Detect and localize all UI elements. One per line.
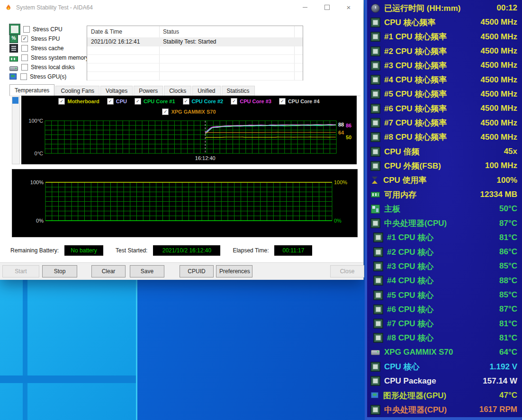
legend-item-motherboard: ✓Motherboard: [58, 98, 99, 105]
chip-icon: [374, 291, 383, 300]
status-label-remaining-battery: Remaining Battery:: [10, 247, 59, 254]
sensor-value: 86°C: [499, 247, 517, 257]
sensor-row-7-cpu-4500-mhz: #7 CPU 核心频率4500 MHz: [371, 116, 517, 130]
sensor-row-6-cpu-4500-mhz: #6 CPU 核心频率4500 MHz: [371, 101, 517, 116]
legend-checkbox-motherboard[interactable]: ✓: [58, 98, 65, 105]
scrollbar-thumb[interactable]: [12, 97, 18, 104]
column-header-date-time[interactable]: Date & Time: [91, 28, 122, 35]
checkbox-stress-fpu[interactable]: ✓: [21, 36, 28, 42]
sensor-value: 85°C: [499, 261, 517, 271]
legend-checkbox-cpu-core-1[interactable]: ✓: [135, 98, 141, 105]
sensor-row-5-cpu-4500-mhz: #5 CPU 核心频率4500 MHz: [371, 87, 517, 101]
stress-option-stress-system-memory: Stress system memory: [9, 53, 89, 63]
sensor-label: #2 CPU 核心频率: [384, 46, 447, 57]
chip-icon: [374, 248, 383, 257]
preferences-button[interactable]: Preferences: [216, 265, 252, 277]
sensor-label: #8 CPU 核心: [387, 332, 433, 343]
stress-option-stress-cache: Stress cache: [9, 44, 89, 53]
sensor-label: CPU 外频(FSB): [384, 161, 441, 171]
tab-clocks[interactable]: Clocks: [164, 86, 191, 96]
sensor-value: 45x: [504, 147, 517, 156]
status-value-test-started: 2021/10/2 16:12:40: [153, 245, 220, 256]
temperature-legend-row-1: ✓Motherboard✓CPU✓CPU Core #1✓CPU Core #2…: [21, 98, 357, 105]
checkbox-stress-gpu-s[interactable]: [20, 73, 27, 80]
temperature-chart-plot: 100°C0°C16:12:4088866450: [21, 96, 357, 164]
sensor-value: 4500 MHz: [481, 133, 517, 142]
cpu-icon: [9, 24, 20, 35]
sensor-value: 4500 MHz: [481, 75, 517, 85]
chip-icon: [371, 133, 380, 142]
sensor-row-cpu-4500-mhz: CPU 核心频率4500 MHz: [371, 15, 517, 29]
series-end-value-label: 86: [346, 123, 351, 128]
sensor-label: CPU 倍频: [384, 146, 420, 157]
table-row-empty: [87, 63, 303, 72]
chip-icon: [371, 118, 380, 127]
window-titlebar[interactable]: System Stability Test - AIDA64 ×: [0, 0, 363, 15]
sensor-label: 图形处理器(GPU): [383, 390, 446, 401]
tab-cooling-fans[interactable]: Cooling Fans: [55, 86, 99, 96]
aida64-stability-test-window: System Stability Test - AIDA64 × Stress …: [0, 0, 363, 279]
sensor-row-3-cpu-85-c: #3 CPU 核心85°C: [371, 259, 517, 273]
stop-button[interactable]: Stop: [42, 265, 77, 277]
chip-icon: [371, 147, 380, 156]
column-header-status[interactable]: Status: [163, 28, 179, 35]
stress-option-label: Stress local disks: [31, 64, 75, 71]
save-button[interactable]: Save: [130, 265, 164, 277]
stress-option-label: Stress GPU(s): [30, 73, 66, 80]
tab-temperatures[interactable]: Temperatures: [9, 84, 54, 96]
chip-icon: [371, 219, 380, 228]
sensor-value: 50°C: [499, 204, 517, 214]
legend-checkbox-cpu-core-4[interactable]: ✓: [279, 98, 286, 105]
sensor-row-1-cpu-4500-mhz: #1 CPU 核心频率4500 MHz: [371, 30, 517, 44]
fpu-icon: [9, 35, 18, 43]
sensor-label: #5 CPU 核心: [387, 290, 433, 301]
sensor-row-cpu-87-c: 中央处理器(CPU)87°C: [371, 216, 517, 230]
maximize-button[interactable]: [316, 0, 338, 14]
aida64-osd-sensor-panel: 已运行时间 (HH:mm)00:12CPU 核心频率4500 MHz#1 CPU…: [365, 0, 522, 420]
sensor-value: 4500 MHz: [481, 32, 517, 42]
sensor-value: 4500 MHz: [481, 18, 517, 27]
legend-label: Motherboard: [67, 98, 99, 104]
sensor-row-hh-mm-00-12: 已运行时间 (HH:mm)00:12: [371, 1, 517, 15]
legend-checkbox-cpu-core-2[interactable]: ✓: [183, 98, 189, 105]
chip-icon: [371, 47, 380, 56]
y-axis-label-max: 100°C: [28, 118, 43, 124]
tab-unified[interactable]: Unified: [192, 86, 220, 96]
sensor-label: #4 CPU 核心频率: [384, 74, 447, 85]
sensor-value: 87°C: [499, 304, 517, 314]
cpuid-button[interactable]: CPUID: [180, 265, 214, 277]
sensor-label: #4 CPU 核心: [387, 275, 433, 286]
minimize-button[interactable]: [294, 0, 316, 14]
usage-left-axis-label: 0%: [36, 218, 44, 223]
usage-left-axis-label: 100%: [30, 179, 44, 185]
close-window-button[interactable]: ×: [338, 0, 360, 14]
sensor-label: XPG GAMMIX S70: [384, 348, 453, 357]
tab-strip: TemperaturesCooling FansVoltagesPowersCl…: [9, 86, 360, 96]
sensor-row-xpg-gammix-s70-64-c: XPG GAMMIX S7064°C: [371, 345, 517, 359]
temperature-chart: 100°C0°C16:12:4088866450 ✓Motherboard✓CP…: [21, 96, 357, 164]
table-row[interactable]: 2021/10/2 16:12:41Stability Test: Starte…: [87, 37, 303, 46]
stress-option-stress-cpu: Stress CPU: [9, 25, 89, 34]
chart-vertical-scrollbar[interactable]: [12, 97, 20, 164]
sensor-value: 12334 MB: [480, 190, 517, 199]
tab-voltages[interactable]: Voltages: [100, 86, 133, 96]
legend-item-xpg-gammix-s70: ✓XPG GAMMIX S70: [162, 108, 216, 115]
tab-statistics[interactable]: Statistics: [222, 86, 255, 96]
checkbox-stress-cache[interactable]: [21, 45, 28, 52]
clear-button[interactable]: Clear: [91, 265, 126, 277]
chip-icon: [374, 276, 383, 285]
checkbox-stress-system-memory[interactable]: [21, 54, 28, 61]
window-title: System Stability Test - AIDA64: [16, 4, 294, 11]
tab-powers[interactable]: Powers: [134, 86, 163, 96]
sensor-label: #3 CPU 核心: [387, 261, 433, 272]
checkbox-stress-local-disks[interactable]: [21, 64, 28, 71]
checkbox-stress-cpu[interactable]: [23, 26, 30, 33]
sensor-value: 47°C: [499, 391, 517, 400]
sensor-label: #5 CPU 核心频率: [384, 89, 447, 99]
sensor-label: #7 CPU 核心频率: [384, 117, 447, 128]
legend-checkbox-cpu[interactable]: ✓: [107, 98, 114, 105]
legend-checkbox-xpg-gammix-s70[interactable]: ✓: [162, 108, 169, 115]
legend-label: CPU Core #4: [288, 98, 320, 104]
legend-checkbox-cpu-core-3[interactable]: ✓: [231, 98, 237, 105]
chip-icon: [374, 305, 383, 314]
